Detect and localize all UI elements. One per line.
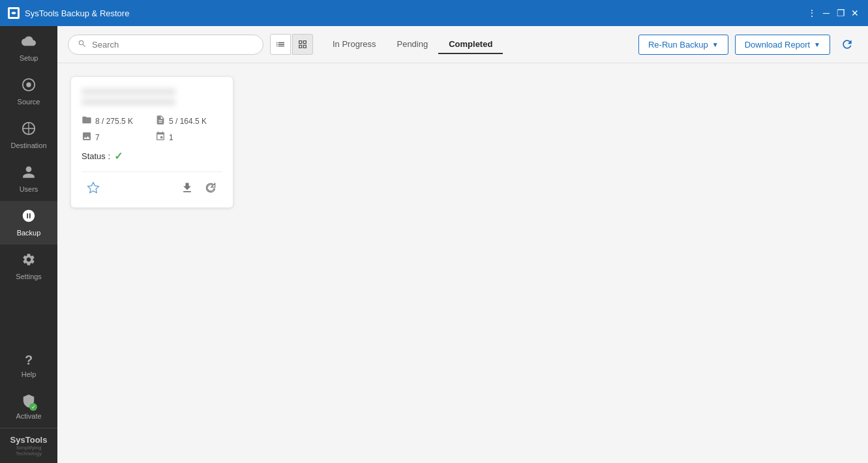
app-icon	[8, 7, 20, 19]
stat-folders: 8 / 275.5 K	[82, 115, 149, 127]
rerun-backup-button[interactable]: Re-Run Backup ▼	[638, 35, 728, 55]
main-content: In Progress Pending Completed Re-Run Bac…	[57, 26, 868, 463]
sidebar-label-settings: Settings	[16, 273, 42, 280]
card-right-actions	[178, 179, 220, 197]
sidebar-item-help[interactable]: ? Help	[0, 345, 57, 386]
app-body: Setup Source Destination Users Backup	[0, 26, 868, 463]
sidebar-item-settings[interactable]: Settings	[0, 245, 57, 288]
download-dropdown-arrow: ▼	[814, 41, 820, 48]
backup-icon	[22, 209, 36, 226]
download-report-button[interactable]: Download Report ▼	[735, 35, 830, 55]
more-options-button[interactable]: ⋮	[807, 8, 817, 18]
sidebar-label-users: Users	[20, 185, 38, 193]
activate-icon-container: ✓	[22, 394, 36, 410]
source-icon	[22, 78, 36, 95]
file-icon	[155, 115, 166, 127]
card-subtitle: XXXXXXXXXXXXXXXXXX	[82, 98, 222, 107]
grid-view-button[interactable]	[292, 34, 313, 55]
status-label: Status :	[82, 151, 110, 161]
stat-calendar-value: 1	[169, 133, 173, 142]
rerun-label: Re-Run Backup	[648, 40, 708, 50]
stat-calendar: 1	[155, 131, 222, 143]
sidebar-label-backup: Backup	[17, 229, 41, 237]
search-icon	[78, 39, 87, 50]
search-input[interactable]	[92, 40, 254, 50]
sidebar: Setup Source Destination Users Backup	[0, 26, 57, 463]
window-controls: ⋮ ─ ❐ ✕	[807, 8, 860, 18]
stat-files: 5 / 164.5 K	[155, 115, 222, 127]
sidebar-item-activate[interactable]: ✓ Activate	[0, 386, 57, 428]
search-box[interactable]	[68, 35, 263, 55]
cloud-icon	[22, 34, 36, 52]
refresh-button[interactable]	[837, 34, 858, 55]
sidebar-item-users[interactable]: Users	[0, 157, 57, 201]
stat-images: 7	[82, 131, 149, 143]
svg-marker-4	[88, 183, 99, 193]
brand-tagline: Simplifying Technology	[7, 445, 51, 456]
maximize-button[interactable]: ❐	[835, 8, 846, 18]
list-view-button[interactable]	[270, 34, 291, 55]
svg-point-2	[26, 82, 31, 87]
sidebar-item-source[interactable]: Source	[0, 70, 57, 113]
card-divider	[82, 172, 222, 172]
backup-card: XXXXXXXXXXXXXXXXXX XXXXXXXXXXXXXXXXXX 8 …	[70, 76, 233, 208]
sidebar-label-activate: Activate	[16, 412, 41, 420]
stat-files-value: 5 / 164.5 K	[169, 117, 207, 126]
users-icon	[22, 165, 36, 183]
sidebar-label-setup: Setup	[20, 54, 38, 62]
card-stats: 8 / 275.5 K 5 / 164.5 K 7	[82, 115, 222, 143]
brand-name: SysTools	[7, 435, 51, 445]
title-bar: SysTools Backup & Restore ⋮ ─ ❐ ✕	[0, 0, 868, 26]
minimize-button[interactable]: ─	[821, 8, 831, 18]
destination-icon	[22, 121, 36, 139]
settings-icon	[22, 252, 36, 270]
sidebar-item-backup[interactable]: Backup	[0, 201, 57, 245]
content-area: XXXXXXXXXXXXXXXXXX XXXXXXXXXXXXXXXXXX 8 …	[57, 63, 868, 463]
filter-tab-completed[interactable]: Completed	[438, 35, 503, 54]
sidebar-item-setup[interactable]: Setup	[0, 26, 57, 70]
toolbar-right: Re-Run Backup ▼ Download Report ▼	[638, 34, 858, 55]
stat-folders-value: 8 / 275.5 K	[95, 117, 133, 126]
app-title: SysTools Backup & Restore	[25, 8, 129, 18]
sidebar-label-source: Source	[18, 98, 40, 106]
close-button[interactable]: ✕	[850, 8, 860, 18]
card-status: Status : ✓	[82, 150, 222, 162]
card-title: XXXXXXXXXXXXXXXXXX	[82, 87, 222, 97]
calendar-icon	[155, 131, 166, 143]
sidebar-bottom: ? Help ✓ Activate SysTools Simplifying T…	[0, 345, 57, 463]
sidebar-label-help: Help	[22, 370, 37, 378]
systools-logo: SysTools Simplifying Technology	[0, 428, 57, 463]
filter-tab-pending[interactable]: Pending	[386, 35, 438, 54]
stat-images-value: 7	[95, 133, 100, 142]
folder-icon	[82, 115, 92, 127]
filter-tab-inprogress[interactable]: In Progress	[322, 35, 386, 54]
help-icon: ?	[25, 353, 33, 368]
rerun-card-button[interactable]	[202, 179, 220, 197]
sidebar-label-destination: Destination	[10, 142, 46, 149]
view-toggle	[270, 34, 313, 55]
download-button[interactable]	[178, 179, 196, 197]
star-button[interactable]	[84, 179, 102, 197]
card-actions	[82, 179, 222, 197]
filter-tabs: In Progress Pending Completed	[322, 35, 503, 54]
sidebar-item-destination[interactable]: Destination	[0, 113, 57, 157]
rerun-dropdown-arrow: ▼	[712, 41, 719, 48]
status-check-icon: ✓	[114, 150, 123, 162]
download-label: Download Report	[745, 40, 810, 50]
toolbar: In Progress Pending Completed Re-Run Bac…	[57, 26, 868, 63]
image-icon	[82, 131, 92, 143]
activate-check-icon: ✓	[29, 403, 37, 411]
title-bar-left: SysTools Backup & Restore	[8, 7, 129, 19]
